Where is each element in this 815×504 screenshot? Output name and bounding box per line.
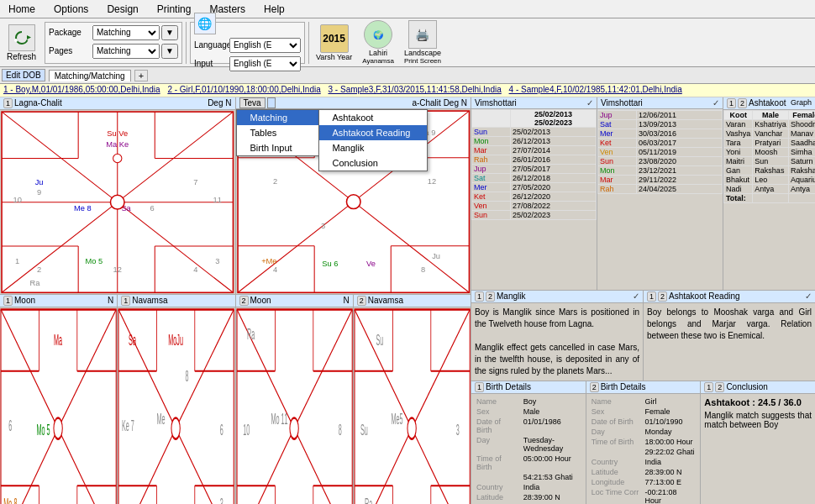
edit-dob-btn[interactable]: Edit DOB: [2, 69, 45, 81]
right-bottom-section: 1Birth Details NameBoy SexMale Date of B…: [471, 381, 815, 504]
language-label: Language: [194, 40, 228, 50]
girl-navamsa-panel: 2Navamsa: [354, 295, 471, 504]
ashta-reading-content: Boy belongs to Mooshak varga and Girl be…: [647, 307, 812, 342]
svg-text:3: 3: [320, 222, 324, 230]
package-group: Package Matching ▼ Pages Matching ▼: [45, 22, 182, 64]
main-content: 1Lagna-Chalit Deg N: [0, 97, 815, 504]
matching-submenu: Ashtakoot Ashtakoot Reading Manglik Conc…: [318, 109, 428, 171]
girl-moon-header: 2Moon N: [236, 295, 353, 307]
refresh-button[interactable]: [8, 24, 35, 51]
svg-text:Me5: Me5: [391, 412, 402, 428]
input-select[interactable]: English (E: [229, 56, 301, 71]
birth-boy-panel: 1Birth Details NameBoy SexMale Date of B…: [471, 381, 586, 504]
package-select[interactable]: Matching: [92, 25, 160, 40]
nav-boy[interactable]: 1 - Boy,M,01/01/1986,05:00:00,Delhi,Indi…: [3, 85, 160, 94]
conclusion-ashtakoot-row: Ashtakoot : 24.5 / 36.0: [704, 397, 812, 407]
pages-select[interactable]: Matching: [92, 44, 160, 59]
add-tab-btn[interactable]: +: [134, 70, 148, 81]
tables-dropdown-item[interactable]: Tables: [237, 125, 319, 140]
manglik-item[interactable]: Manglik: [319, 140, 427, 155]
boy-moon-chart: Ma 6 Mo 5 Me 8 Sa 2 Ra: [0, 307, 117, 504]
birth-girl-header: 2Birth Details: [586, 381, 701, 394]
girl-country-val: India: [644, 458, 697, 466]
manglik-text: Boy is Manglik since Mars is positioned …: [471, 303, 643, 381]
right-area: Vimshottari ✓ 25/02/201325/02/2023Sun25/…: [471, 97, 815, 504]
ashtakoot-graph-label: Graph: [791, 98, 812, 108]
girl-tob-val: 18:00:00 Hour: [644, 438, 697, 446]
birth-girl-content: NameGirl SexFemale Date of Birth01/10/19…: [586, 394, 701, 504]
ashta-h-male: Male: [753, 111, 789, 120]
matching-tab[interactable]: Matching/Matching: [49, 70, 131, 81]
girl-dob-val: 01/10/1990: [644, 417, 697, 426]
svg-text:Mo 5: Mo 5: [85, 257, 103, 265]
svg-text:3: 3: [215, 257, 219, 265]
birth-boy-content: NameBoy SexMale Date of Birth01/01/1986 …: [471, 394, 586, 504]
conclusion-title: Conclusion: [726, 382, 767, 391]
svg-text:Su: Su: [360, 422, 368, 438]
boy-lagna-num1: 1: [3, 98, 13, 108]
boy-moon-panel: 1Moon N: [0, 295, 118, 504]
boy-moon-title: Moon: [14, 296, 35, 305]
these-two-text: these two: [681, 331, 718, 340]
menu-printing[interactable]: Printing: [152, 2, 197, 17]
svg-text:6: 6: [220, 422, 223, 438]
boy-day-label: Day: [475, 436, 520, 453]
boy-lagna-chart: Su Ve Ma Ke Ju 9 7 10 Me 8 Sa 6 11 Mo 5 …: [0, 110, 235, 294]
ashtakoot-item[interactable]: Ashtakoot: [319, 110, 427, 125]
boy-lagna-header: 1Lagna-Chalit Deg N: [0, 97, 235, 110]
teva-menu-btn[interactable]: Teva: [239, 97, 266, 108]
vimshottari1-content: 25/02/201325/02/2023Sun25/02/2013Mon26/1…: [471, 109, 597, 290]
svg-text:8: 8: [420, 265, 424, 274]
menubar: Home Options Design Printing Masters Hel…: [0, 0, 815, 18]
input-label: Input: [194, 59, 228, 68]
birth-input-dropdown-item[interactable]: Birth Input: [237, 140, 319, 155]
svg-text:Mo 11: Mo 11: [271, 412, 287, 428]
girl-dob-label: Date of Birth: [590, 417, 642, 426]
matching-dropdown-item[interactable]: Matching: [237, 110, 319, 125]
svg-point-1: [14, 39, 18, 42]
vimshottari1-table: 25/02/201325/02/2023Sun25/02/2013Mon26/1…: [471, 109, 597, 220]
lahiri-btn[interactable]: 🌍 Lahiri Ayanamsa: [359, 18, 397, 66]
girl-loccorr-val: -00:21:08 Hour: [644, 488, 697, 504]
ashtakoot-reading-item[interactable]: Ashtakoot Reading: [319, 125, 427, 140]
vimshottari2-header: Vimshottari ✓: [597, 97, 723, 109]
menu-home[interactable]: Home: [3, 2, 40, 17]
girl-day-val: Monday: [644, 428, 697, 436]
landscape-btn[interactable]: 🖨️ Landscape Print Screen: [401, 18, 444, 66]
svg-point-108: [171, 418, 180, 439]
boy-day-val: Tuesday-Wednesday: [522, 436, 582, 453]
vimshottari1-check: ✓: [586, 98, 593, 108]
girl-navamsa-header: 2Navamsa: [354, 295, 471, 307]
svg-text:Su Ve: Su Ve: [107, 129, 128, 138]
conclusion-item[interactable]: Conclusion: [319, 155, 427, 171]
pages-dropdown-btn[interactable]: ▼: [161, 44, 178, 59]
svg-point-148: [408, 418, 416, 439]
ashtakoot-panel: 12Ashtakoot Graph Koot Male Female Max M…: [723, 97, 815, 290]
ashta-h-koot: Koot: [724, 111, 753, 120]
svg-text:Su 6: Su 6: [322, 260, 338, 268]
svg-text:Mo 5: Mo 5: [37, 422, 50, 438]
ashtakoot-title: Ashtakoot: [749, 98, 786, 108]
vimshottari2-table: Jup12/06/2011Sat13/09/2013Mer30/03/2016K…: [597, 109, 723, 194]
menu-design[interactable]: Design: [102, 2, 143, 17]
menu-options[interactable]: Options: [49, 2, 93, 17]
nav-sample3[interactable]: 3 - Sample3,F,31/03/2015,11:41:58,Delhi,…: [329, 85, 502, 94]
girl-lagna-deg: Deg: [444, 98, 459, 108]
girl-lon-label: Longitude: [590, 478, 642, 486]
matching-menu-item[interactable]: [267, 97, 276, 108]
boy-navamsa-panel: 1Navamsa: [118, 295, 235, 504]
varsh-year-btn[interactable]: 2015 Varsh Year: [313, 23, 355, 63]
svg-text:Ra: Ra: [365, 496, 372, 504]
boy-lagna-panel: 1Lagna-Chalit Deg N: [0, 97, 236, 294]
package-dropdown-btn[interactable]: ▼: [161, 25, 178, 40]
ayanamsa-label: Ayanamsa: [362, 57, 394, 65]
nav-girl[interactable]: 2 - Girl,F,01/10/1990,18:00:00,Delhi,Ind…: [167, 85, 320, 94]
teva-dropdown: Matching Tables Birth Input: [236, 109, 320, 156]
right-top-section: Vimshottari ✓ 25/02/201325/02/2023Sun25/…: [471, 97, 815, 291]
girl-country-label: Country: [590, 458, 642, 466]
svg-text:Ju: Ju: [432, 252, 440, 260]
girl-ghati-val: 29:22:02 Ghati: [644, 448, 697, 456]
nav-sample4[interactable]: 4 - Sample4,F,10/02/1985,11:42:01,Delhi,…: [509, 85, 682, 94]
boy-navamsa-chart: Sa MoJu Me 8 Ke 7 6 Ra 1 3: [118, 307, 234, 504]
language-select[interactable]: English (E: [229, 38, 301, 53]
